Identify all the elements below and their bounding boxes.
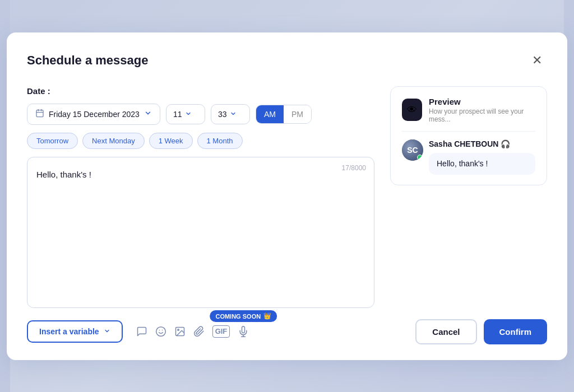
preview-user-row: SC Sasha CHETBOUN 🎧 Hello, thank's ! (402, 139, 535, 175)
svg-point-8 (177, 329, 179, 331)
avatar-status (417, 155, 423, 160)
minute-select[interactable]: 33 (211, 104, 250, 124)
preview-card: 👁 Preview How your prospect will see you… (390, 86, 547, 186)
ampm-toggle: AM PM (256, 105, 312, 124)
insert-variable-button[interactable]: Insert a variable (27, 320, 123, 343)
minute-value: 33 (218, 110, 227, 119)
hour-chevron-icon (185, 109, 192, 119)
chip-tomorrow[interactable]: Tomorrow (27, 133, 78, 149)
insert-variable-chevron-icon (104, 327, 110, 336)
confirm-button[interactable]: Confirm (484, 319, 548, 344)
svg-rect-0 (36, 110, 43, 116)
close-icon: ✕ (532, 53, 542, 68)
chip-1-month[interactable]: 1 Month (197, 133, 243, 149)
preview-bubble-text: Hello, thank's ! (437, 159, 488, 168)
modal-title: Schedule a message (27, 53, 148, 68)
mic-toolbar-icon[interactable] (238, 326, 249, 337)
preview-user-name: Sasha CHETBOUN 🎧 (429, 139, 535, 148)
coming-soon-badge: COMING SOON 👑 (210, 310, 277, 322)
preview-header: 👁 Preview How your prospect will see you… (402, 97, 535, 132)
preview-subtitle: How your prospect will see your mess... (429, 108, 535, 123)
coming-soon-emoji: 👑 (263, 312, 271, 320)
pm-button[interactable]: PM (284, 105, 311, 123)
calendar-icon (35, 109, 44, 120)
eye-icon: 👁 (407, 104, 417, 116)
emoji-toolbar-icon[interactable] (155, 326, 166, 337)
message-toolbar-icon[interactable] (136, 326, 147, 337)
date-picker[interactable]: Friday 15 December 2023 (27, 104, 160, 125)
image-toolbar-icon[interactable] (174, 326, 186, 337)
toolbar-icons: GIF COMING SOON 👑 (136, 325, 409, 338)
date-chevron-icon (144, 109, 152, 119)
message-area[interactable]: 17/8000 Hello, thank's ! (27, 157, 374, 308)
svg-point-4 (156, 327, 165, 337)
coming-soon-label: COMING SOON (215, 313, 261, 320)
attachment-toolbar-icon[interactable] (193, 326, 205, 337)
gif-toolbar-icon[interactable]: GIF (212, 325, 230, 338)
schedule-modal: Schedule a message ✕ Date : (7, 32, 567, 360)
minute-chevron-icon (230, 109, 237, 119)
selected-date: Friday 15 December 2023 (49, 110, 140, 119)
chip-1-week[interactable]: 1 Week (149, 133, 193, 149)
hour-select[interactable]: 11 (166, 104, 205, 124)
chip-next-monday[interactable]: Next Monday (82, 133, 145, 149)
char-count: 17/8000 (342, 164, 366, 172)
date-label: Date : (27, 86, 374, 96)
quick-date-chips: Tomorrow Next Monday 1 Week 1 Month (27, 133, 374, 149)
close-button[interactable]: ✕ (527, 50, 547, 71)
message-text: Hello, thank's ! (36, 166, 365, 181)
preview-icon-container: 👁 (402, 99, 422, 121)
modal-footer: Insert a variable (27, 319, 547, 344)
preview-user-info: Sasha CHETBOUN 🎧 Hello, thank's ! (429, 139, 535, 175)
preview-message-bubble: Hello, thank's ! (429, 153, 535, 175)
preview-title-group: Preview How your prospect will see your … (429, 97, 535, 123)
right-panel: 👁 Preview How your prospect will see you… (390, 86, 547, 308)
avatar: SC (402, 139, 423, 161)
modal-body: Date : Friday 15 December 2023 (27, 86, 547, 308)
modal-header: Schedule a message ✕ (27, 50, 547, 71)
left-panel: Date : Friday 15 December 2023 (27, 86, 374, 308)
am-button[interactable]: AM (256, 105, 284, 123)
footer-actions: Cancel Confirm (415, 319, 547, 344)
hour-value: 11 (173, 110, 182, 119)
mic-container: COMING SOON 👑 (238, 326, 249, 337)
insert-variable-label: Insert a variable (39, 327, 99, 336)
date-row: Friday 15 December 2023 11 (27, 104, 374, 125)
cancel-button[interactable]: Cancel (415, 319, 476, 344)
preview-title: Preview (429, 97, 535, 106)
